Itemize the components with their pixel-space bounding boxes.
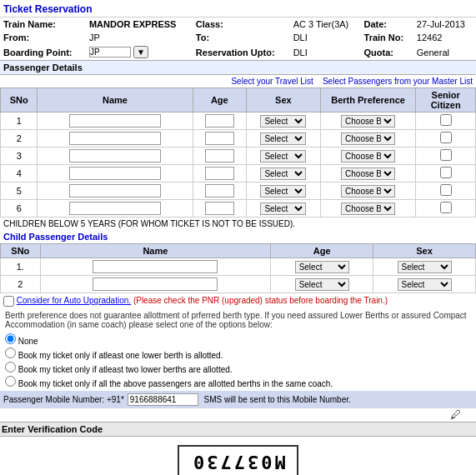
c-sex-2: Select Male Female — [373, 276, 476, 293]
p-name-input-1[interactable] — [69, 114, 161, 128]
child-table: SNo Name Age Sex 1. Select 1234 Select M… — [0, 243, 476, 293]
col-sex: Sex — [247, 88, 321, 112]
p-sex-1: Select Male Female — [247, 112, 321, 130]
p-name-input-5[interactable] — [69, 184, 161, 198]
p-berth-3: Choose Ber Lower Middle Upper Side Lower… — [320, 148, 416, 165]
class-label: Class: — [193, 18, 290, 31]
berth-radio-options: None Book my ticket only if atleast one … — [0, 331, 476, 391]
p-age-input-2[interactable] — [205, 132, 234, 145]
radio-input-1[interactable] — [5, 348, 16, 358]
p-sno-4: 4 — [1, 165, 38, 182]
c-name-input-1[interactable] — [93, 260, 218, 273]
c-age-select-2[interactable]: Select 1234 — [295, 278, 349, 291]
p-senior-5 — [416, 182, 476, 200]
p-sex-select-2[interactable]: Select Male Female — [260, 132, 306, 145]
p-senior-checkbox-5[interactable] — [440, 184, 452, 196]
mobile-label: Passenger Mobile Number: — [3, 395, 104, 404]
p-senior-3 — [416, 148, 476, 165]
col-age: Age — [193, 88, 246, 112]
col-berth: Berth Preference — [320, 88, 416, 112]
p-senior-checkbox-1[interactable] — [440, 114, 452, 126]
verification-title: Enter Verification Code — [0, 422, 476, 437]
radio-option-2[interactable]: Book my ticket only if atleast two lower… — [5, 361, 471, 375]
p-sex-select-6[interactable]: Select Male Female — [260, 202, 306, 215]
p-berth-select-5[interactable]: Choose Ber Lower Middle Upper Side Lower… — [341, 185, 395, 198]
p-age-4 — [193, 165, 246, 182]
p-berth-select-2[interactable]: Choose Ber Lower Middle Upper Side Lower… — [341, 132, 395, 145]
p-berth-select-4[interactable]: Choose Ber Lower Middle Upper Side Lower… — [341, 168, 395, 180]
upgrade-checkbox[interactable] — [3, 296, 14, 307]
from-label: From: — [0, 31, 86, 44]
p-berth-6: Choose Ber Lower Middle Upper Side Lower… — [320, 200, 416, 218]
reservation-label: Reservation Upto: — [193, 44, 290, 60]
radio-input-0[interactable] — [5, 333, 16, 344]
p-senior-checkbox-4[interactable] — [440, 167, 452, 178]
p-age-input-5[interactable] — [205, 184, 234, 198]
master-list-link[interactable]: Select Passengers from your Master List — [323, 77, 473, 86]
upgrade-note: (Please check the PNR (upgraded) status … — [133, 296, 388, 305]
train-name-value: MANDOR EXPRESS — [86, 18, 193, 31]
reservation-value: DLI — [290, 44, 361, 60]
train-no-label: Train No: — [361, 31, 413, 44]
c-age-select-1[interactable]: Select 1234 — [295, 261, 349, 273]
p-berth-1: Choose Ber Lower Middle Upper Side Lower… — [320, 112, 416, 130]
c-sex-select-1[interactable]: Select Male Female — [398, 261, 452, 273]
p-age-input-4[interactable] — [205, 167, 234, 180]
p-berth-select-1[interactable]: Choose Ber Lower Middle Upper Side Lower… — [341, 115, 395, 128]
from-value: JP — [86, 31, 193, 44]
p-age-input-1[interactable] — [205, 114, 234, 128]
p-name-6 — [38, 200, 193, 218]
mobile-section: Passenger Mobile Number: +91* SMS will b… — [0, 391, 476, 408]
c-sex-1: Select Male Female — [373, 258, 476, 276]
p-name-input-4[interactable] — [69, 167, 161, 180]
to-label: To: — [193, 31, 290, 44]
p-senior-checkbox-3[interactable] — [440, 149, 452, 161]
p-berth-select-6[interactable]: Choose Ber Lower Middle Upper Side Lower… — [341, 202, 395, 215]
radio-input-2[interactable] — [5, 362, 16, 372]
p-name-input-6[interactable] — [69, 202, 161, 215]
p-sex-2: Select Male Female — [247, 130, 321, 148]
berth-preference-note: Berth preference does not guarantee allo… — [0, 309, 476, 331]
p-berth-select-3[interactable]: Choose Ber Lower Middle Upper Side Lower… — [341, 150, 395, 162]
child-row-2: 2 Select 1234 Select Male Female — [1, 276, 476, 293]
p-sex-select-4[interactable]: Select Male Female — [260, 168, 306, 180]
col-sno: SNo — [1, 88, 38, 112]
class-value: AC 3 Tier(3A) — [290, 18, 361, 31]
p-sex-select-3[interactable]: Select Male Female — [260, 150, 306, 162]
passenger-row-2: 2 Select Male Female Choose Ber Lower Mi… — [1, 130, 476, 148]
p-name-2 — [38, 130, 193, 148]
p-age-input-6[interactable] — [205, 202, 234, 215]
c-name-input-2[interactable] — [93, 278, 218, 291]
page-title: Ticket Reservation — [0, 0, 476, 18]
p-senior-checkbox-6[interactable] — [440, 202, 452, 213]
p-sex-select-1[interactable]: Select Male Female — [260, 115, 306, 128]
mobile-input[interactable] — [128, 393, 198, 406]
passenger-row-6: 6 Select Male Female Choose Ber Lower Mi… — [1, 200, 476, 218]
p-age-2 — [193, 130, 246, 148]
travel-list-link[interactable]: Select your Travel List — [231, 77, 313, 86]
child-section-header: Child Passenger Details — [0, 230, 476, 243]
p-name-input-2[interactable] — [69, 132, 161, 145]
upgrade-link[interactable]: Consider for Auto Upgradation. — [17, 296, 131, 305]
passenger-row-4: 4 Select Male Female Choose Ber Lower Mi… — [1, 165, 476, 182]
c-sex-select-2[interactable]: Select Male Female — [398, 278, 452, 291]
radio-option-0[interactable]: None — [5, 332, 471, 347]
p-senior-6 — [416, 200, 476, 218]
p-sno-3: 3 — [1, 148, 38, 165]
radio-input-3[interactable] — [5, 376, 16, 387]
signature-area: ⁠​​​​​​​​​​​​​​​​​​​​​​​​​​​​​​​​​​​​​​​… — [0, 408, 476, 422]
child-col-sex: Sex — [373, 244, 476, 258]
radio-option-1[interactable]: Book my ticket only if atleast one lower… — [5, 347, 471, 361]
boarding-button[interactable]: ▼ — [133, 46, 148, 58]
p-senior-checkbox-2[interactable] — [440, 132, 452, 143]
p-age-input-3[interactable] — [205, 149, 234, 162]
radio-option-3[interactable]: Book my ticket only if all the above pas… — [5, 375, 471, 389]
p-sex-select-5[interactable]: Select Male Female — [260, 185, 306, 198]
p-age-1 — [193, 112, 246, 130]
p-berth-2: Choose Ber Lower Middle Upper Side Lower… — [320, 130, 416, 148]
c-age-2: Select 1234 — [271, 276, 373, 293]
to-value: DLI — [290, 31, 361, 44]
boarding-input[interactable] — [89, 47, 131, 58]
p-name-input-3[interactable] — [69, 149, 161, 162]
p-sno-5: 5 — [1, 182, 38, 200]
